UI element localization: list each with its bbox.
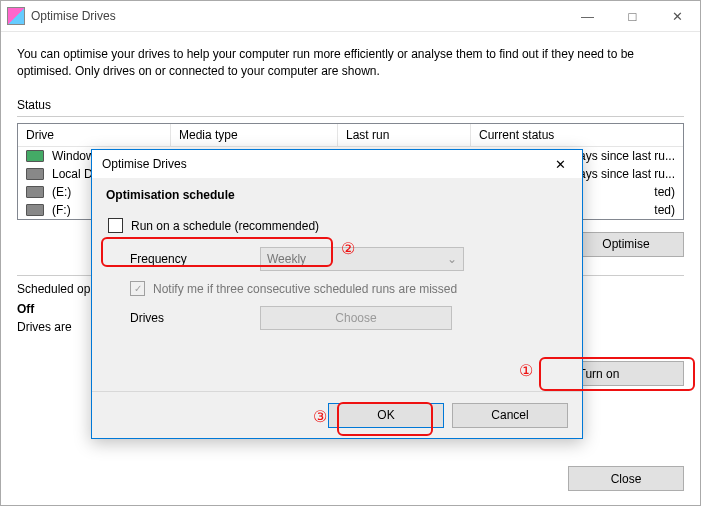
- run-schedule-label: Run on a schedule (recommended): [131, 219, 319, 233]
- choose-drives-button[interactable]: Choose: [260, 306, 452, 330]
- frequency-row: Frequency Weekly ⌄: [130, 247, 568, 271]
- dialog-titlebar: Optimise Drives ✕: [92, 150, 582, 178]
- drive-icon: [26, 204, 44, 216]
- notify-row: ✓ Notify me if three consecutive schedul…: [130, 281, 568, 296]
- drives-label: Drives: [130, 311, 230, 325]
- close-button[interactable]: Close: [568, 466, 684, 491]
- drive-status: ted): [654, 203, 675, 217]
- dialog-heading: Optimisation schedule: [106, 188, 568, 202]
- drives-row: Drives Choose: [130, 306, 568, 330]
- col-last[interactable]: Last run: [338, 124, 471, 146]
- status-rule: [17, 116, 684, 117]
- maximize-button[interactable]: □: [610, 2, 655, 31]
- drive-icon: [26, 186, 44, 198]
- optimise-drives-window: Optimise Drives — □ ✕ You can optimise y…: [0, 0, 701, 506]
- table-header: Drive Media type Last run Current status: [18, 124, 683, 147]
- frequency-label: Frequency: [130, 252, 230, 266]
- description-text: You can optimise your drives to help you…: [17, 46, 684, 80]
- col-drive[interactable]: Drive: [18, 124, 171, 146]
- ok-button[interactable]: OK: [328, 403, 444, 428]
- window-title: Optimise Drives: [31, 9, 565, 23]
- app-icon: [7, 7, 25, 25]
- drive-icon: [26, 168, 44, 180]
- col-media[interactable]: Media type: [171, 124, 338, 146]
- dialog-body: Optimisation schedule Run on a schedule …: [92, 178, 582, 330]
- minimize-button[interactable]: —: [565, 2, 610, 31]
- cancel-button[interactable]: Cancel: [452, 403, 568, 428]
- schedule-dialog: Optimise Drives ✕ Optimisation schedule …: [91, 149, 583, 439]
- notify-checkbox: ✓: [130, 281, 145, 296]
- dialog-buttons: OK Cancel: [92, 391, 582, 438]
- status-label: Status: [17, 98, 684, 112]
- titlebar: Optimise Drives — □ ✕: [1, 1, 700, 32]
- run-on-schedule-row[interactable]: Run on a schedule (recommended): [106, 214, 568, 237]
- dialog-title: Optimise Drives: [102, 157, 542, 171]
- dialog-close-button[interactable]: ✕: [542, 152, 578, 176]
- drive-status: ted): [654, 185, 675, 199]
- col-status[interactable]: Current status: [471, 124, 683, 146]
- chevron-down-icon: ⌄: [447, 252, 457, 266]
- frequency-value: Weekly: [267, 252, 306, 266]
- optimise-button[interactable]: Optimise: [568, 232, 684, 257]
- frequency-select[interactable]: Weekly ⌄: [260, 247, 464, 271]
- run-schedule-checkbox[interactable]: [108, 218, 123, 233]
- notify-label: Notify me if three consecutive scheduled…: [153, 282, 457, 296]
- footer-buttons: Close: [568, 466, 684, 491]
- close-window-button[interactable]: ✕: [655, 2, 700, 31]
- drive-icon: [26, 150, 44, 162]
